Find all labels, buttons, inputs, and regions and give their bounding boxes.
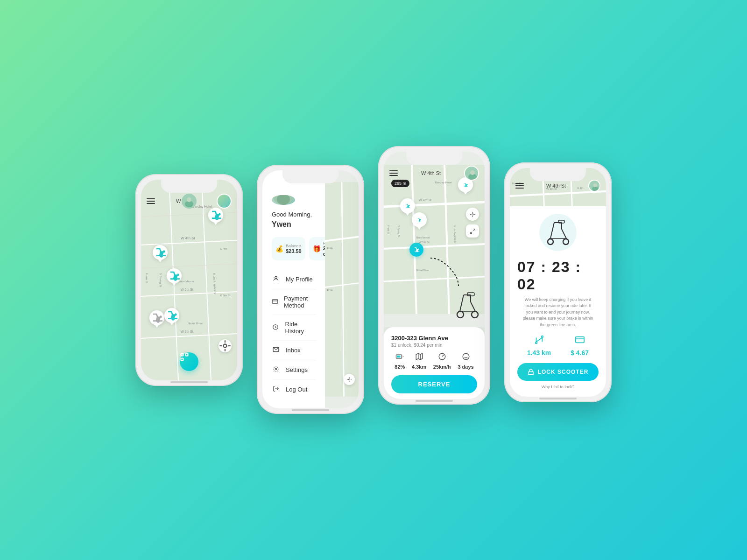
- timer-stat-distance: 1.43 km: [527, 335, 551, 357]
- home-indicator: [292, 409, 329, 411]
- route-icon: [534, 335, 544, 347]
- map-background: W 4th St W 5th St W 6th St S Los Angeles…: [141, 180, 237, 380]
- svg-text:S Spring St: S Spring St: [159, 273, 162, 287]
- hamburger-button-timer[interactable]: [515, 183, 524, 189]
- logout-label: Log Out: [286, 386, 307, 393]
- home-indicator: [170, 381, 208, 383]
- user-avatar[interactable]: [217, 194, 232, 209]
- scooter-pin[interactable]: [149, 310, 164, 325]
- svg-rect-28: [186, 354, 188, 356]
- scan-button[interactable]: [180, 352, 198, 371]
- logout-icon: [272, 385, 280, 393]
- scooter-pin[interactable]: [208, 208, 223, 223]
- menu-item-payment[interactable]: Payment Method: [272, 289, 316, 315]
- svg-line-120: [536, 337, 542, 342]
- distance-stat-value: 1.43 km: [527, 349, 551, 357]
- partial-map: E 4th E 5th: [325, 170, 359, 408]
- phone-menu: Good Morning, Ywen 💰 Balance $23.50: [257, 165, 364, 414]
- svg-text:E 4th: E 4th: [220, 247, 227, 250]
- lock-button-label: LOCK SCOOTER: [538, 369, 589, 375]
- menu-item-profile[interactable]: My Profile: [272, 270, 316, 289]
- settings-label: Settings: [286, 366, 308, 373]
- map-street-label-detail: W 4th St: [421, 170, 441, 176]
- menu-content: Good Morning, Ywen 💰 Balance $23.50: [262, 170, 325, 408]
- history-label: Ride History: [285, 321, 316, 335]
- svg-point-86: [472, 311, 478, 318]
- map-controls: [466, 208, 479, 238]
- svg-point-119: [541, 336, 543, 338]
- menu-item-history[interactable]: Ride History: [272, 315, 316, 341]
- profile-label: My Profile: [286, 276, 313, 283]
- svg-text:S Spring St: S Spring St: [397, 225, 400, 238]
- svg-line-113: [550, 223, 554, 238]
- active-scooter-pin[interactable]: [409, 243, 423, 257]
- scooter-address: 3200-323 Glenn Ave: [391, 335, 477, 342]
- balance-row: 💰 Balance $23.50 🎁 Promos 20% off: [272, 237, 316, 260]
- svg-rect-27: [181, 354, 183, 356]
- timer-display: 07 : 23 : 02: [517, 259, 599, 293]
- user-name: Ywen: [272, 219, 316, 230]
- payment-label: Payment Method: [284, 295, 316, 309]
- expand-button[interactable]: [466, 224, 479, 238]
- svg-text:E 4th: E 4th: [327, 247, 333, 250]
- timer-screen: W 4th St Barclay Hotel Frank O E 4th W 4…: [510, 168, 606, 397]
- notch: [282, 170, 338, 183]
- svg-line-95: [442, 355, 444, 357]
- svg-text:Frank O: Frank O: [145, 273, 148, 283]
- svg-text:W 5th St: W 5th St: [181, 288, 193, 291]
- reserve-button[interactable]: RESERVE: [391, 375, 477, 393]
- svg-point-22: [224, 344, 227, 348]
- scooter-image-map: [454, 288, 480, 322]
- locate-button-detail[interactable]: [466, 208, 479, 221]
- menu-item-settings[interactable]: Settings: [272, 360, 316, 380]
- battery-icon: [395, 352, 404, 363]
- scooter-pin[interactable]: [164, 308, 179, 323]
- scooter-pin[interactable]: [167, 268, 182, 283]
- svg-line-78: [473, 229, 475, 231]
- user-avatar-timer[interactable]: [588, 180, 600, 192]
- settings-icon: [272, 366, 280, 374]
- svg-point-116: [563, 239, 569, 245]
- lock-button[interactable]: LOCK SCOOTER: [517, 363, 599, 381]
- user-avatar-detail[interactable]: [464, 166, 479, 181]
- cost-stat-value: $ 4.67: [571, 349, 589, 357]
- locate-button[interactable]: [218, 339, 232, 352]
- notch: [530, 168, 586, 181]
- menu-item-inbox[interactable]: Inbox: [272, 341, 316, 360]
- scooter-pin[interactable]: [153, 245, 168, 260]
- svg-rect-123: [575, 337, 584, 343]
- svg-text:W 5th St: W 5th St: [419, 241, 430, 244]
- phones-container: W 4th St W 5th St W 6th St S Los Angeles…: [135, 146, 612, 414]
- fail-lock-link[interactable]: Why I fail to lock?: [542, 385, 575, 389]
- menu-item-logout[interactable]: Log Out: [272, 380, 316, 399]
- phone-timer: W 4th St Barclay Hotel Frank O E 4th W 4…: [504, 162, 612, 402]
- svg-point-51: [348, 379, 350, 380]
- svg-line-83: [460, 295, 464, 311]
- detail-screen: W 4th St W 5th St S Los Angeles St S Spr…: [384, 152, 485, 399]
- menu-avatar: [272, 195, 295, 205]
- speed-value: 25km/h: [433, 364, 451, 370]
- svg-text:Nickel Diner: Nickel Diner: [416, 269, 429, 272]
- balance-card[interactable]: 💰 Balance $23.50: [272, 237, 305, 260]
- rating-value: 3 days: [458, 364, 473, 370]
- distance-badge: 265 m: [391, 180, 409, 187]
- svg-line-82: [471, 302, 475, 311]
- scooter-pin-detail3[interactable]: [412, 212, 427, 227]
- svg-rect-29: [181, 358, 183, 361]
- notch: [406, 152, 462, 165]
- svg-marker-91: [416, 353, 423, 360]
- payment-icon: [272, 298, 278, 306]
- timer-stats-row: 1.43 km $ 4.67: [517, 335, 599, 357]
- timer-stat-cost: $ 4.67: [571, 335, 589, 357]
- notch: [161, 180, 217, 193]
- scooter-pin-detail2[interactable]: [400, 198, 415, 213]
- hamburger-button[interactable]: [389, 170, 398, 176]
- locate-button-partial[interactable]: [344, 374, 355, 385]
- scooter-image-circle: [539, 214, 577, 251]
- phone-map: W 4th St W 5th St W 6th St S Los Angeles…: [135, 174, 243, 386]
- svg-rect-90: [397, 356, 401, 358]
- stat-speed: 25km/h: [433, 352, 451, 370]
- map-header-detail: W 4th St: [384, 166, 485, 181]
- svg-text:Barclay Hotel: Barclay Hotel: [435, 181, 452, 184]
- balance-icon: 💰: [275, 245, 283, 252]
